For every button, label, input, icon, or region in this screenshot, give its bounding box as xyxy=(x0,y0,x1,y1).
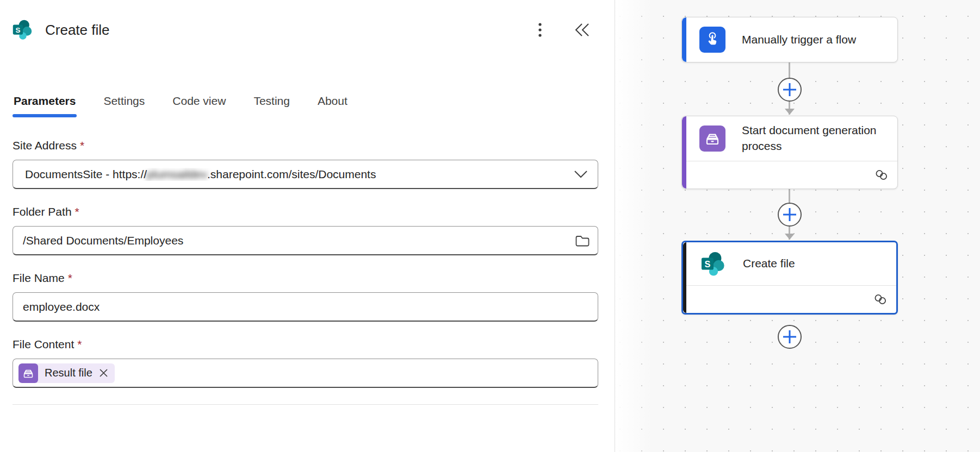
site-address-value: DocumentsSite - https://plumsaildev.shar… xyxy=(25,168,376,181)
dynamic-content-token[interactable]: Result file xyxy=(18,363,115,383)
remove-token-button[interactable] xyxy=(98,368,115,378)
node-header: Start document generation process xyxy=(682,116,897,161)
required-asterisk: * xyxy=(75,205,79,218)
node-header: S Create file xyxy=(683,242,896,285)
redacted-tenant-name: plumsaildev xyxy=(147,168,207,181)
file-name-input[interactable] xyxy=(13,292,598,322)
node-title: Start document generation process xyxy=(742,123,879,154)
kebab-menu-icon xyxy=(538,21,542,39)
node-footer xyxy=(683,285,896,313)
page-title: Create file xyxy=(45,22,110,39)
plus-icon xyxy=(783,330,797,344)
insert-step-button[interactable] xyxy=(778,78,802,102)
parameters-form: Site Address* DocumentsSite - https://pl… xyxy=(13,139,598,405)
link-icon xyxy=(873,293,888,305)
site-address-label: Site Address* xyxy=(13,139,598,152)
insert-step-button[interactable] xyxy=(778,203,802,227)
file-content-field[interactable]: Result file xyxy=(13,359,598,388)
node-header: Manually trigger a flow xyxy=(682,17,897,62)
arrow-down-icon xyxy=(785,109,795,115)
double-chevron-left-icon xyxy=(574,23,591,37)
flow-node-manually-trigger[interactable]: Manually trigger a flow xyxy=(681,17,898,62)
more-options-button[interactable] xyxy=(531,21,549,39)
file-name-label: File Name* xyxy=(13,272,598,285)
close-icon xyxy=(99,368,108,378)
config-tabs: Parameters Settings Code view Testing Ab… xyxy=(13,95,598,117)
manual-trigger-icon xyxy=(699,27,725,53)
node-accent-bar xyxy=(682,17,686,62)
document-generation-icon xyxy=(699,125,725,152)
site-address-combobox[interactable]: DocumentsSite - https://plumsaildev.shar… xyxy=(13,160,598,189)
plus-icon xyxy=(783,208,797,222)
required-asterisk: * xyxy=(68,272,72,284)
sharepoint-logo-icon: S xyxy=(700,251,727,277)
collapse-panel-button[interactable] xyxy=(573,21,592,39)
section-divider xyxy=(13,404,598,405)
token-label: Result file xyxy=(38,367,98,379)
sharepoint-logo-icon: S xyxy=(13,20,33,40)
folder-path-label: Folder Path* xyxy=(13,205,598,218)
panel-header: S Create file xyxy=(13,20,598,40)
node-accent-bar xyxy=(683,242,686,313)
svg-text:S: S xyxy=(705,259,711,269)
tab-settings[interactable]: Settings xyxy=(102,95,146,117)
flow-canvas[interactable]: Manually trigger a flow xyxy=(615,0,980,452)
node-footer xyxy=(682,161,897,189)
required-asterisk: * xyxy=(80,139,84,152)
node-title: Manually trigger a flow xyxy=(742,32,856,48)
flow-node-create-file[interactable]: S Create file xyxy=(681,241,898,315)
svg-text:S: S xyxy=(15,26,20,34)
required-asterisk: * xyxy=(77,338,82,350)
tab-testing[interactable]: Testing xyxy=(252,95,291,117)
link-icon xyxy=(874,169,889,181)
tab-about[interactable]: About xyxy=(317,95,349,117)
insert-step-button[interactable] xyxy=(778,325,802,349)
tab-parameters[interactable]: Parameters xyxy=(13,95,77,117)
flow-node-start-document-generation[interactable]: Start document generation process xyxy=(681,116,898,189)
document-generation-icon xyxy=(18,363,38,383)
browse-folder-button[interactable] xyxy=(575,234,590,247)
node-title: Create file xyxy=(743,256,795,272)
action-config-panel: S Create file xyxy=(0,0,615,452)
node-accent-bar xyxy=(682,116,686,189)
power-automate-designer: S Create file xyxy=(0,0,980,452)
folder-icon xyxy=(575,234,590,247)
folder-path-field xyxy=(13,226,598,255)
tab-code-view[interactable]: Code view xyxy=(171,95,227,117)
plus-icon xyxy=(783,83,797,97)
folder-path-input[interactable] xyxy=(23,234,575,247)
file-content-label: File Content* xyxy=(13,338,598,351)
header-actions xyxy=(531,21,598,39)
chevron-down-icon xyxy=(574,170,588,179)
arrow-down-icon xyxy=(785,234,795,240)
